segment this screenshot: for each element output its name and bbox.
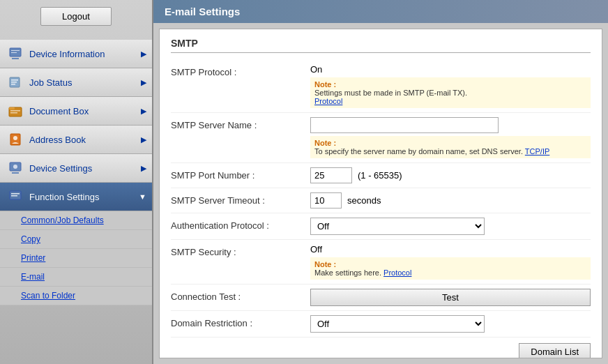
smtp-timeout-label: SMTP Server Timeout :	[171, 192, 310, 206]
smtp-security-value-area: Off Note : Make settings here. Protocol	[310, 244, 591, 280]
sidebar-item-document-box[interactable]: Document Box ▶	[0, 97, 152, 126]
chevron-right-icon: ▶	[141, 78, 146, 87]
sidebar-item-label: Address Book	[29, 135, 86, 145]
sidebar: Logout Device Information ▶ Job Status ▶…	[0, 0, 153, 364]
job-status-icon	[7, 74, 24, 91]
smtp-port-input[interactable]	[310, 167, 352, 183]
smtp-protocol-value: On	[310, 64, 591, 75]
svg-rect-3	[11, 52, 17, 53]
domain-restriction-row: Domain Restriction : Off On	[171, 311, 591, 338]
smtp-timeout-value-area: seconds	[310, 192, 591, 208]
smtp-protocol-note: Note : Settings must be made in SMTP (E-…	[310, 77, 591, 108]
smtp-timeout-input[interactable]	[310, 192, 342, 208]
device-info-icon	[7, 45, 24, 62]
sidebar-item-function-settings[interactable]: Function Settings ▼	[0, 183, 152, 211]
domain-restriction-label: Domain Restriction :	[171, 315, 310, 328]
svg-point-13	[13, 136, 17, 140]
connection-test-value-area: Test	[310, 289, 591, 306]
chevron-right-icon: ▶	[141, 50, 146, 59]
smtp-server-row: SMTP Server Name : Note : To specify the…	[171, 113, 591, 163]
svg-rect-7	[11, 84, 15, 85]
svg-rect-16	[12, 172, 19, 174]
note-label-2: Note :	[314, 139, 336, 147]
sidebar-nav: Device Information ▶ Job Status ▶ Docume…	[0, 40, 152, 305]
sub-item-common-job-defaults[interactable]: Common/Job Defaults	[0, 211, 152, 230]
smtp-server-input[interactable]	[310, 117, 499, 133]
domain-restriction-select[interactable]: Off On	[310, 315, 485, 333]
smtp-timeout-inline: seconds	[310, 192, 591, 208]
sub-item-copy[interactable]: Copy	[0, 230, 152, 249]
smtp-server-note-text: To specify the server name by domain nam…	[314, 147, 523, 156]
svg-rect-10	[10, 110, 20, 112]
smtp-port-row: SMTP Port Number : (1 - 65535)	[171, 163, 591, 188]
auth-protocol-value-area: Off POP before SMTP SMTP Authentication	[310, 218, 591, 235]
smtp-security-note: Note : Make settings here. Protocol	[310, 257, 591, 280]
svg-rect-6	[11, 82, 17, 83]
page-title-bar: E-mail Settings	[153, 0, 608, 23]
smtp-section-title: SMTP	[171, 38, 591, 53]
smtp-port-range: (1 - 65535)	[358, 170, 402, 181]
smtp-port-label: SMTP Port Number :	[171, 167, 310, 181]
domain-restriction-inline: Off On	[310, 315, 591, 333]
smtp-server-value-area: Note : To specify the server name by dom…	[310, 117, 591, 158]
smtp-timeout-row: SMTP Server Timeout : seconds	[171, 188, 591, 213]
function-settings-icon	[7, 188, 24, 205]
content-area: SMTP SMTP Protocol : On Note : Settings …	[159, 29, 602, 358]
sidebar-item-label: Device Information	[29, 49, 105, 59]
smtp-security-note-link[interactable]: Protocol	[383, 268, 411, 277]
document-box-icon	[7, 103, 24, 119]
sidebar-item-device-settings[interactable]: Device Settings ▶	[0, 154, 152, 183]
sidebar-item-label: Document Box	[29, 106, 89, 116]
test-button[interactable]: Test	[310, 289, 591, 306]
smtp-timeout-unit: seconds	[347, 195, 381, 206]
chevron-right-icon: ▶	[141, 135, 146, 144]
logout-button[interactable]: Logout	[40, 7, 112, 26]
smtp-protocol-label: SMTP Protocol :	[171, 64, 310, 77]
address-book-icon	[7, 131, 24, 148]
auth-protocol-row: Authentication Protocol : Off POP before…	[171, 213, 591, 240]
note-label-3: Note :	[314, 260, 336, 268]
sidebar-item-label: Device Settings	[29, 163, 92, 174]
smtp-security-row: SMTP Security : Off Note : Make settings…	[171, 240, 591, 285]
smtp-server-label: SMTP Server Name :	[171, 117, 310, 130]
smtp-security-note-text: Make settings here.	[314, 268, 381, 277]
smtp-security-label: SMTP Security :	[171, 244, 310, 257]
auth-protocol-select[interactable]: Off POP before SMTP SMTP Authentication	[310, 218, 485, 235]
connection-test-label: Connection Test :	[171, 289, 310, 302]
smtp-port-inline: (1 - 65535)	[310, 167, 591, 183]
smtp-protocol-row: SMTP Protocol : On Note : Settings must …	[171, 60, 591, 113]
main-content: E-mail Settings SMTP SMTP Protocol : On …	[153, 0, 608, 364]
note-label-1: Note :	[314, 80, 336, 89]
sub-item-email[interactable]: E-mail	[0, 268, 152, 287]
smtp-server-note: Note : To specify the server name by dom…	[310, 136, 591, 158]
chevron-right-icon: ▶	[141, 164, 146, 173]
smtp-security-value: Off	[310, 244, 591, 255]
connection-test-row: Connection Test : Test	[171, 285, 591, 311]
svg-rect-18	[11, 193, 20, 195]
smtp-protocol-note-text: Settings must be made in SMTP (E-mail TX…	[314, 89, 467, 97]
sidebar-item-address-book[interactable]: Address Book ▶	[0, 126, 152, 154]
svg-rect-19	[11, 195, 17, 197]
smtp-server-note-link[interactable]: TCP/IP	[525, 147, 549, 156]
smtp-protocol-value-area: On Note : Settings must be made in SMTP …	[310, 64, 591, 108]
function-settings-submenu: Common/Job Defaults Copy Printer E-mail …	[0, 211, 152, 305]
svg-rect-5	[11, 79, 18, 81]
smtp-port-value-area: (1 - 65535)	[310, 167, 591, 183]
page-title: E-mail Settings	[165, 6, 240, 17]
chevron-right-icon: ▶	[141, 107, 146, 116]
smtp-protocol-note-link[interactable]: Protocol	[314, 97, 342, 105]
chevron-down-icon: ▼	[139, 192, 146, 201]
svg-rect-9	[9, 107, 15, 109]
auth-protocol-label: Authentication Protocol :	[171, 218, 310, 231]
sidebar-item-label: Job Status	[29, 77, 72, 88]
domain-restriction-value-area: Off On	[310, 315, 591, 333]
sidebar-item-device-information[interactable]: Device Information ▶	[0, 40, 152, 68]
sidebar-item-label: Function Settings	[29, 192, 99, 202]
device-settings-icon	[7, 160, 24, 176]
sidebar-item-job-status[interactable]: Job Status ▶	[0, 68, 152, 97]
sub-item-scan-to-folder[interactable]: Scan to Folder	[0, 287, 152, 305]
svg-rect-1	[12, 58, 19, 59]
sub-item-printer[interactable]: Printer	[0, 249, 152, 268]
domain-list-button[interactable]: Domain List	[519, 343, 591, 358]
svg-point-15	[13, 165, 17, 169]
